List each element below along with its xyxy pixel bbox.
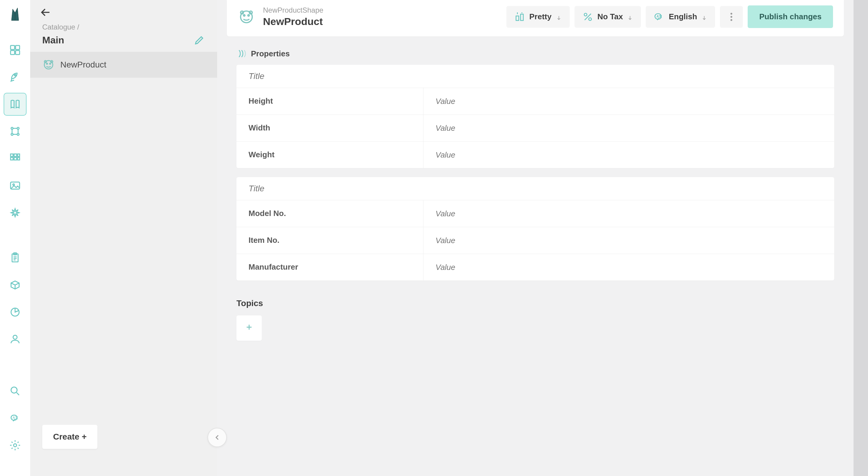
- property-group: Height Width Weight: [237, 65, 834, 168]
- svg-point-27: [46, 63, 48, 65]
- plus-icon: [245, 323, 253, 334]
- property-value-input[interactable]: [435, 97, 822, 106]
- svg-point-6: [17, 128, 19, 130]
- publish-button[interactable]: Publish changes: [748, 5, 833, 28]
- property-group-title-input[interactable]: [249, 184, 822, 194]
- property-value-input[interactable]: [435, 263, 822, 272]
- template-label: Pretty: [529, 12, 552, 22]
- property-value-cell: [424, 200, 834, 227]
- pie-icon[interactable]: [4, 301, 27, 324]
- properties-icon: [237, 48, 247, 59]
- tree-item-label: NewProduct: [60, 60, 106, 70]
- property-group-title-row: [237, 65, 834, 88]
- product-name: NewProduct: [263, 16, 506, 27]
- property-value-cell: [424, 142, 834, 168]
- svg-rect-9: [10, 154, 13, 156]
- tree-panel: Catalogue / Main NewProduct Create +: [30, 0, 217, 476]
- product-header-icon: [238, 8, 255, 26]
- grid-icon[interactable]: [4, 147, 27, 170]
- product-header: NewProductShape NewProduct Pretty No Tax: [227, 0, 844, 36]
- property-key: Height: [237, 88, 424, 114]
- property-value-input[interactable]: [435, 209, 822, 218]
- property-key: Weight: [237, 142, 424, 168]
- property-key: Width: [237, 115, 424, 141]
- create-button[interactable]: Create +: [42, 425, 97, 449]
- dashboard-icon[interactable]: [4, 39, 27, 62]
- svg-rect-36: [516, 16, 519, 21]
- svg-point-43: [731, 16, 732, 18]
- main-content: NewProductShape NewProduct Pretty No Tax: [217, 0, 854, 476]
- property-group-title-row: [237, 177, 834, 200]
- image-icon[interactable]: [4, 174, 27, 197]
- svg-point-5: [11, 128, 13, 130]
- template-selector[interactable]: Pretty: [506, 6, 570, 28]
- svg-point-26: [44, 61, 53, 69]
- search-icon[interactable]: [4, 380, 27, 403]
- svg-rect-12: [10, 158, 13, 160]
- app-logo: [8, 7, 22, 22]
- svg-point-22: [11, 387, 17, 393]
- svg-text:A文: A文: [13, 415, 19, 419]
- svg-point-8: [17, 133, 19, 136]
- properties-section-header: Properties: [237, 48, 834, 59]
- breadcrumb[interactable]: Catalogue /: [42, 23, 205, 31]
- rocket-icon[interactable]: [4, 66, 27, 89]
- svg-point-7: [11, 133, 13, 136]
- property-value-input[interactable]: [435, 124, 822, 133]
- gear-flower-icon[interactable]: [4, 201, 27, 224]
- catalogue-icon[interactable]: [4, 93, 27, 116]
- collapse-panel-icon[interactable]: [208, 428, 227, 447]
- property-value-cell: [424, 254, 834, 280]
- property-row: Height: [237, 88, 834, 115]
- product-icon: [42, 59, 55, 71]
- content-body: Properties Height Width Weight: [217, 36, 854, 476]
- user-icon[interactable]: [4, 328, 27, 351]
- svg-point-39: [589, 18, 591, 21]
- svg-point-25: [13, 444, 17, 447]
- language-rail-icon[interactable]: A文: [4, 407, 27, 430]
- svg-rect-1: [16, 45, 20, 49]
- add-topic-button[interactable]: [237, 315, 262, 341]
- edit-icon[interactable]: [194, 34, 205, 46]
- property-group: Model No. Item No. Manufacturer: [237, 177, 834, 280]
- svg-point-44: [731, 19, 732, 21]
- svg-rect-10: [14, 154, 17, 156]
- svg-rect-3: [16, 50, 20, 55]
- property-value-input[interactable]: [435, 236, 822, 245]
- svg-point-32: [243, 14, 245, 16]
- property-row: Width: [237, 115, 834, 142]
- svg-rect-0: [10, 45, 14, 49]
- icon-rail: A文: [0, 0, 30, 476]
- property-value-input[interactable]: [435, 150, 822, 160]
- tax-selector[interactable]: No Tax: [575, 6, 641, 28]
- svg-rect-37: [521, 14, 523, 21]
- more-menu-button[interactable]: [720, 6, 743, 28]
- settings-icon[interactable]: [4, 434, 27, 457]
- clipboard-icon[interactable]: [4, 246, 27, 269]
- svg-point-28: [50, 63, 51, 65]
- back-arrow-icon[interactable]: [39, 5, 53, 19]
- header-toolbar: Pretty No Tax A文 English: [506, 5, 833, 28]
- more-vertical-icon: [726, 11, 737, 22]
- properties-label: Properties: [251, 49, 290, 59]
- tax-label: No Tax: [597, 12, 623, 22]
- topics-title: Topics: [237, 299, 834, 308]
- box-icon[interactable]: [4, 274, 27, 297]
- language-label: English: [669, 12, 697, 22]
- property-key: Item No.: [237, 227, 424, 254]
- svg-point-33: [248, 14, 249, 16]
- graph-icon[interactable]: [4, 120, 27, 143]
- language-selector[interactable]: A文 English: [646, 6, 715, 28]
- tree-item-newproduct[interactable]: NewProduct: [30, 52, 217, 78]
- svg-rect-2: [10, 50, 14, 55]
- property-row: Weight: [237, 142, 834, 168]
- tree-header: Catalogue / Main: [30, 0, 217, 52]
- property-row: Manufacturer: [237, 254, 834, 280]
- svg-point-21: [13, 335, 17, 339]
- svg-rect-11: [18, 154, 20, 156]
- chevron-down-icon: [556, 14, 562, 20]
- svg-point-31: [241, 11, 252, 23]
- language-icon: A文: [654, 11, 664, 22]
- property-group-title-input[interactable]: [249, 71, 822, 81]
- property-key: Model No.: [237, 200, 424, 227]
